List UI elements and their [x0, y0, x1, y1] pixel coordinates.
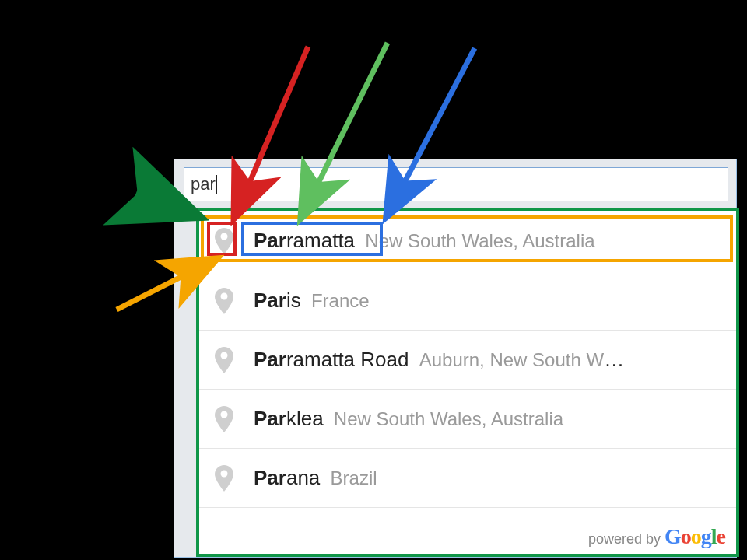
suggestion-text: Parklea New South Wales, Australia — [254, 407, 563, 431]
map-pin-icon — [215, 465, 233, 492]
suggestion-item[interactable]: Parana Brazil — [199, 449, 736, 508]
map-pin-icon — [215, 228, 233, 254]
suggestion-text: Parramatta Road Auburn, New South W… — [254, 348, 626, 372]
suggestion-text: Parramatta New South Wales, Australia — [254, 229, 595, 253]
suggestions-dropdown: Parramatta New South Wales, Australia Pa… — [196, 208, 739, 557]
suggestion-item[interactable]: Parramatta Road Auburn, New South W… — [199, 331, 736, 390]
autocomplete-panel: par Parramatta New South Wales, Australi… — [174, 159, 737, 558]
attribution-footer: powered by Google — [588, 524, 725, 549]
svg-point-3 — [221, 411, 228, 418]
suggestion-text: Paris France — [254, 289, 370, 313]
suggestion-item[interactable]: Paris France — [199, 271, 736, 331]
suggestion-item[interactable]: Parramatta New South Wales, Australia — [199, 211, 736, 271]
map-pin-icon — [215, 288, 233, 314]
map-pin-icon — [215, 347, 233, 373]
search-input-container[interactable]: par — [184, 167, 728, 201]
svg-point-4 — [221, 470, 228, 477]
suggestion-text: Parana Brazil — [254, 466, 377, 490]
svg-point-1 — [221, 292, 228, 299]
map-pin-icon — [215, 406, 233, 432]
powered-by-text: powered by — [588, 531, 665, 547]
svg-point-0 — [221, 233, 228, 240]
google-logo: Google — [665, 524, 725, 548]
suggestion-item[interactable]: Parklea New South Wales, Australia — [199, 390, 736, 449]
svg-point-2 — [221, 352, 228, 359]
